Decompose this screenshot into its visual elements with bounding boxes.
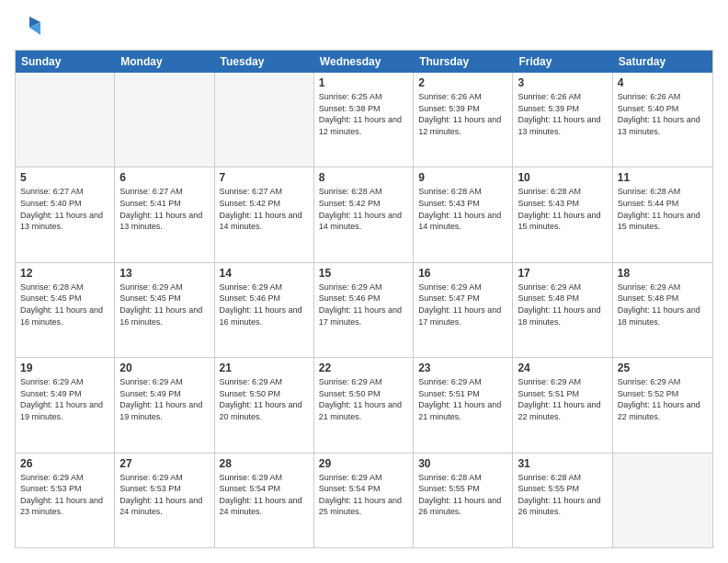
- header-tuesday: Tuesday: [215, 51, 314, 73]
- day-cell-22: 22Sunrise: 6:29 AMSunset: 5:50 PMDayligh…: [314, 358, 414, 452]
- day-number-31: 31: [518, 457, 607, 470]
- day-number-20: 20: [119, 362, 209, 374]
- day-info-7: Sunrise: 6:27 AMSunset: 5:42 PMDaylight:…: [220, 187, 302, 231]
- day-cell-14: 14Sunrise: 6:29 AMSunset: 5:46 PMDayligh…: [215, 263, 314, 357]
- day-info-4: Sunrise: 6:26 AMSunset: 5:40 PMDaylight:…: [618, 92, 700, 136]
- day-number-7: 7: [220, 171, 309, 184]
- day-number-17: 17: [518, 267, 607, 280]
- day-number-26: 26: [20, 457, 109, 470]
- day-cell-8: 8Sunrise: 6:28 AMSunset: 5:42 PMDaylight…: [314, 167, 414, 261]
- day-info-30: Sunrise: 6:28 AMSunset: 5:55 PMDaylight:…: [418, 473, 501, 517]
- day-cell-25: 25Sunrise: 6:29 AMSunset: 5:52 PMDayligh…: [613, 358, 712, 452]
- day-number-27: 27: [119, 457, 209, 470]
- day-info-17: Sunrise: 6:29 AMSunset: 5:48 PMDaylight:…: [518, 282, 600, 327]
- empty-cell-4-6: [613, 454, 712, 547]
- day-info-31: Sunrise: 6:28 AMSunset: 5:55 PMDaylight:…: [518, 473, 600, 517]
- day-number-22: 22: [319, 362, 408, 374]
- day-cell-28: 28Sunrise: 6:29 AMSunset: 5:54 PMDayligh…: [215, 454, 314, 547]
- day-info-28: Sunrise: 6:29 AMSunset: 5:54 PMDaylight:…: [220, 473, 302, 517]
- day-number-18: 18: [618, 267, 708, 280]
- day-info-10: Sunrise: 6:28 AMSunset: 5:43 PMDaylight:…: [518, 187, 600, 231]
- day-cell-18: 18Sunrise: 6:29 AMSunset: 5:48 PMDayligh…: [613, 263, 712, 357]
- day-number-29: 29: [319, 457, 408, 470]
- day-info-12: Sunrise: 6:28 AMSunset: 5:45 PMDaylight:…: [20, 282, 103, 327]
- day-cell-4: 4Sunrise: 6:26 AMSunset: 5:40 PMDaylight…: [613, 73, 712, 167]
- day-info-16: Sunrise: 6:29 AMSunset: 5:47 PMDaylight:…: [418, 282, 501, 327]
- day-number-19: 19: [20, 362, 109, 374]
- page: Sunday Monday Tuesday Wednesday Thursday…: [0, 0, 728, 563]
- day-cell-7: 7Sunrise: 6:27 AMSunset: 5:42 PMDaylight…: [215, 167, 314, 261]
- week-row-2: 5Sunrise: 6:27 AMSunset: 5:40 PMDaylight…: [16, 167, 712, 262]
- day-info-9: Sunrise: 6:28 AMSunset: 5:43 PMDaylight:…: [418, 187, 501, 231]
- day-cell-6: 6Sunrise: 6:27 AMSunset: 5:41 PMDaylight…: [115, 167, 214, 261]
- day-number-1: 1: [319, 76, 408, 89]
- day-info-3: Sunrise: 6:26 AMSunset: 5:39 PMDaylight:…: [518, 92, 600, 136]
- day-info-26: Sunrise: 6:29 AMSunset: 5:53 PMDaylight:…: [20, 473, 103, 517]
- day-info-5: Sunrise: 6:27 AMSunset: 5:40 PMDaylight:…: [20, 187, 103, 231]
- day-number-4: 4: [618, 76, 708, 89]
- day-number-21: 21: [220, 362, 309, 374]
- day-cell-20: 20Sunrise: 6:29 AMSunset: 5:49 PMDayligh…: [115, 358, 214, 452]
- day-cell-26: 26Sunrise: 6:29 AMSunset: 5:53 PMDayligh…: [16, 454, 115, 547]
- day-number-11: 11: [618, 171, 708, 184]
- day-cell-17: 17Sunrise: 6:29 AMSunset: 5:48 PMDayligh…: [513, 263, 612, 357]
- header-saturday: Saturday: [613, 51, 712, 73]
- day-cell-31: 31Sunrise: 6:28 AMSunset: 5:55 PMDayligh…: [513, 454, 612, 547]
- day-cell-11: 11Sunrise: 6:28 AMSunset: 5:44 PMDayligh…: [613, 167, 712, 261]
- day-info-22: Sunrise: 6:29 AMSunset: 5:50 PMDaylight:…: [319, 377, 402, 421]
- day-number-23: 23: [418, 362, 507, 374]
- day-number-24: 24: [518, 362, 607, 374]
- day-cell-23: 23Sunrise: 6:29 AMSunset: 5:51 PMDayligh…: [414, 358, 513, 452]
- week-row-5: 26Sunrise: 6:29 AMSunset: 5:53 PMDayligh…: [16, 454, 712, 547]
- day-info-6: Sunrise: 6:27 AMSunset: 5:41 PMDaylight:…: [119, 187, 202, 231]
- day-info-14: Sunrise: 6:29 AMSunset: 5:46 PMDaylight:…: [220, 282, 302, 327]
- calendar-body: 1Sunrise: 6:25 AMSunset: 5:38 PMDaylight…: [16, 73, 712, 547]
- day-info-1: Sunrise: 6:25 AMSunset: 5:38 PMDaylight:…: [319, 92, 402, 136]
- day-cell-24: 24Sunrise: 6:29 AMSunset: 5:51 PMDayligh…: [513, 358, 612, 452]
- day-cell-1: 1Sunrise: 6:25 AMSunset: 5:38 PMDaylight…: [314, 73, 414, 167]
- day-cell-12: 12Sunrise: 6:28 AMSunset: 5:45 PMDayligh…: [16, 263, 115, 357]
- day-number-15: 15: [319, 267, 408, 280]
- day-cell-9: 9Sunrise: 6:28 AMSunset: 5:43 PMDaylight…: [414, 167, 513, 261]
- day-cell-13: 13Sunrise: 6:29 AMSunset: 5:45 PMDayligh…: [115, 263, 214, 357]
- header-wednesday: Wednesday: [314, 51, 414, 73]
- day-cell-16: 16Sunrise: 6:29 AMSunset: 5:47 PMDayligh…: [414, 263, 513, 357]
- calendar: Sunday Monday Tuesday Wednesday Thursday…: [15, 50, 713, 548]
- day-info-24: Sunrise: 6:29 AMSunset: 5:51 PMDaylight:…: [518, 377, 600, 421]
- day-number-5: 5: [20, 171, 109, 184]
- day-cell-21: 21Sunrise: 6:29 AMSunset: 5:50 PMDayligh…: [215, 358, 314, 452]
- day-info-23: Sunrise: 6:29 AMSunset: 5:51 PMDaylight:…: [418, 377, 501, 421]
- day-cell-5: 5Sunrise: 6:27 AMSunset: 5:40 PMDaylight…: [16, 167, 115, 261]
- day-info-11: Sunrise: 6:28 AMSunset: 5:44 PMDaylight:…: [618, 187, 700, 231]
- day-number-16: 16: [418, 267, 507, 280]
- calendar-header: Sunday Monday Tuesday Wednesday Thursday…: [16, 51, 712, 73]
- day-number-10: 10: [518, 171, 607, 184]
- day-number-14: 14: [220, 267, 309, 280]
- day-cell-30: 30Sunrise: 6:28 AMSunset: 5:55 PMDayligh…: [414, 454, 513, 547]
- day-number-25: 25: [618, 362, 708, 374]
- header-monday: Monday: [115, 51, 214, 73]
- day-cell-10: 10Sunrise: 6:28 AMSunset: 5:43 PMDayligh…: [513, 167, 612, 261]
- day-number-9: 9: [418, 171, 507, 184]
- header: [15, 15, 713, 40]
- day-cell-29: 29Sunrise: 6:29 AMSunset: 5:54 PMDayligh…: [314, 454, 414, 547]
- logo-icon: [17, 15, 42, 40]
- day-number-13: 13: [119, 267, 209, 280]
- day-info-21: Sunrise: 6:29 AMSunset: 5:50 PMDaylight:…: [220, 377, 302, 421]
- day-info-25: Sunrise: 6:29 AMSunset: 5:52 PMDaylight:…: [618, 377, 700, 421]
- day-info-27: Sunrise: 6:29 AMSunset: 5:53 PMDaylight:…: [119, 473, 202, 517]
- logo: [15, 15, 42, 40]
- day-cell-2: 2Sunrise: 6:26 AMSunset: 5:39 PMDaylight…: [414, 73, 513, 167]
- day-info-18: Sunrise: 6:29 AMSunset: 5:48 PMDaylight:…: [618, 282, 700, 327]
- day-info-2: Sunrise: 6:26 AMSunset: 5:39 PMDaylight:…: [418, 92, 501, 136]
- week-row-3: 12Sunrise: 6:28 AMSunset: 5:45 PMDayligh…: [16, 263, 712, 358]
- header-friday: Friday: [513, 51, 612, 73]
- day-number-2: 2: [418, 76, 507, 89]
- day-number-6: 6: [119, 171, 209, 184]
- day-cell-3: 3Sunrise: 6:26 AMSunset: 5:39 PMDaylight…: [513, 73, 612, 167]
- day-number-28: 28: [220, 457, 309, 470]
- day-cell-15: 15Sunrise: 6:29 AMSunset: 5:46 PMDayligh…: [314, 263, 414, 357]
- header-thursday: Thursday: [414, 51, 513, 73]
- day-info-29: Sunrise: 6:29 AMSunset: 5:54 PMDaylight:…: [319, 473, 402, 517]
- day-number-3: 3: [518, 76, 607, 89]
